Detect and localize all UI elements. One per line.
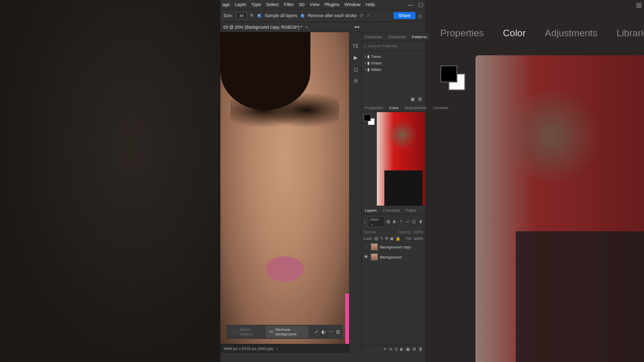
lock-transparent-icon[interactable]: ▨ <box>374 236 378 241</box>
folder-water[interactable]: ›▮Water <box>363 66 424 73</box>
color-swatches[interactable] <box>364 114 375 125</box>
tab-color[interactable]: Color <box>386 104 401 112</box>
adjust-icon[interactable]: ◐ <box>321 329 326 334</box>
menu-help[interactable]: Help <box>366 2 375 7</box>
delete-icon[interactable]: 🗑 <box>419 347 423 351</box>
blend-mode-dropdown[interactable]: Normal <box>364 230 376 234</box>
filter-smart-icon[interactable]: ◫ <box>412 219 417 225</box>
transform-icon[interactable]: ⤢ <box>314 329 318 334</box>
menu-filter[interactable]: Filter <box>284 2 294 7</box>
canvas[interactable]: ⬚Select subject ✂Remove background ⤢ ◐ ⋯… <box>220 32 349 344</box>
dock-icon-1[interactable]: †‡ <box>353 43 358 49</box>
layer-row[interactable]: ☜ Background copy <box>362 242 425 252</box>
tab-layers[interactable]: Layers <box>362 207 380 214</box>
layers-bottom-bar: ⚭ fx ◘ ◐ ▣ ⊞ 🗑 <box>362 345 425 353</box>
sample-all-label: Sample all layers <box>265 13 297 18</box>
color-preview <box>377 112 425 206</box>
maximize-icon[interactable]: ▢ <box>418 2 423 8</box>
zoom-swatch-fg <box>440 65 457 82</box>
options-bar: Size: ✎ Sample all layers Remove after e… <box>220 9 425 22</box>
tab-swatches[interactable]: Swatches <box>362 33 385 41</box>
tab-patterns[interactable]: Patterns <box>409 33 430 41</box>
filter-kind-dropdown[interactable]: Kind ⌄ <box>368 216 384 227</box>
folder-grass[interactable]: ›▮Grass <box>363 60 424 66</box>
layer-thumbnail[interactable] <box>371 243 378 250</box>
lock-position-icon[interactable]: ✥ <box>385 236 388 241</box>
adjustment-icon[interactable]: ◐ <box>400 347 404 351</box>
menu-image[interactable]: age <box>222 2 230 7</box>
caret-icon: › <box>365 55 366 58</box>
lock-paint-icon[interactable]: ✎ <box>380 236 383 241</box>
tab-gradients[interactable]: Gradients <box>385 33 409 41</box>
more-icon[interactable]: ⋯ <box>329 329 333 334</box>
tab-libraries[interactable]: Libraries <box>430 104 452 112</box>
menu-view[interactable]: View <box>310 2 319 7</box>
dock-icon-2[interactable]: ▶ <box>354 55 358 60</box>
size-input[interactable] <box>236 12 247 19</box>
commit-icon[interactable]: ✓ <box>367 13 371 18</box>
layer-name[interactable]: Background copy <box>380 245 411 249</box>
menu-layer[interactable]: Layer <box>235 2 247 7</box>
filter-adjust-icon[interactable]: ◐ <box>392 219 397 225</box>
status-caret-icon[interactable]: › <box>276 346 278 351</box>
photoshop-window: age Layer Type Select Filter 3D View Plu… <box>220 0 425 362</box>
share-button[interactable]: Share <box>393 12 416 19</box>
tab-adjustments[interactable]: Adjustments <box>402 104 430 112</box>
new-layer-icon[interactable]: ⊞ <box>413 347 416 351</box>
filter-shape-icon[interactable]: ▱ <box>405 219 410 225</box>
menu-plugins[interactable]: Plugins <box>325 2 340 7</box>
opacity-label: Opacity: <box>397 230 412 234</box>
document-tab[interactable]: 03 @ 25% (Background copy, RGB/16*) * × <box>220 22 425 32</box>
filter-search-icon[interactable]: ⌕ <box>364 220 366 224</box>
mask-icon[interactable]: ◘ <box>395 347 397 351</box>
tab-properties[interactable]: Properties <box>362 104 386 112</box>
layer-row[interactable]: 👁 Background <box>362 252 425 262</box>
new-folder-icon[interactable]: ▣ <box>411 97 415 102</box>
doc-dimensions: 4480 px x 6720 px (300 ppi) <box>223 346 273 351</box>
zoom-tab-color: Color <box>503 28 526 39</box>
collapse-icon[interactable]: ⊟ <box>336 329 340 334</box>
menu-select[interactable]: Select <box>266 2 279 7</box>
search-icon[interactable]: ⌕ <box>419 13 422 19</box>
link-layers-icon[interactable]: ⚭ <box>383 347 387 351</box>
search-patterns-icon: ⌕ <box>364 44 366 48</box>
filter-toggle-icon[interactable]: ▮ <box>418 219 423 225</box>
menu-window[interactable]: Window <box>344 2 360 7</box>
wand-icon: ⬚ <box>233 329 238 334</box>
group-icon[interactable]: ▣ <box>406 347 410 351</box>
fx-icon[interactable]: fx <box>389 347 392 351</box>
layer-thumbnail[interactable] <box>371 253 378 260</box>
remove-background-button[interactable]: ✂Remove background <box>266 326 308 338</box>
filter-type-icon[interactable]: T <box>398 219 404 225</box>
close-tab-icon[interactable]: × <box>305 25 308 30</box>
lock-label: Lock: <box>364 236 373 241</box>
folder-icon: ▮ <box>367 54 369 59</box>
filter-pixel-icon[interactable]: ▧ <box>386 219 391 225</box>
dock-icon-4[interactable]: ℌ <box>354 78 358 83</box>
fg-color-swatch[interactable] <box>364 114 371 121</box>
lock-artboard-icon[interactable]: ▣ <box>390 236 394 241</box>
fill-value[interactable]: 100% <box>414 236 423 241</box>
sample-all-checkbox[interactable] <box>257 14 262 18</box>
collapse-panels-icon[interactable]: ◂◂ <box>354 24 359 29</box>
lock-all-icon[interactable]: 🔒 <box>395 236 400 241</box>
new-pattern-icon[interactable]: ⊞ <box>418 97 422 102</box>
folder-trees[interactable]: ›▮Trees <box>363 53 424 60</box>
zoom-color-swatches <box>440 65 465 90</box>
pressure-icon[interactable]: ⟳ <box>360 13 364 18</box>
select-subject-button[interactable]: ⬚Select subject <box>229 326 263 338</box>
opacity-value[interactable]: 100% <box>414 230 423 234</box>
tab-paths[interactable]: Paths <box>403 207 419 214</box>
layer-name[interactable]: Background <box>380 255 401 259</box>
menu-3d[interactable]: 3D <box>299 2 305 7</box>
background-webcam-left <box>0 0 220 362</box>
visibility-icon[interactable]: 👁 <box>364 254 369 259</box>
menu-type[interactable]: Type <box>252 2 262 7</box>
minimize-icon[interactable]: — <box>408 2 413 8</box>
dock-icon-3[interactable]: ◻ <box>354 66 358 72</box>
remove-stroke-checkbox[interactable] <box>300 14 305 18</box>
search-patterns-input[interactable] <box>368 44 423 48</box>
visibility-icon[interactable]: ☜ <box>364 244 369 249</box>
tab-channels[interactable]: Channels <box>380 207 403 214</box>
brush-icon[interactable]: ✎ <box>250 13 254 18</box>
